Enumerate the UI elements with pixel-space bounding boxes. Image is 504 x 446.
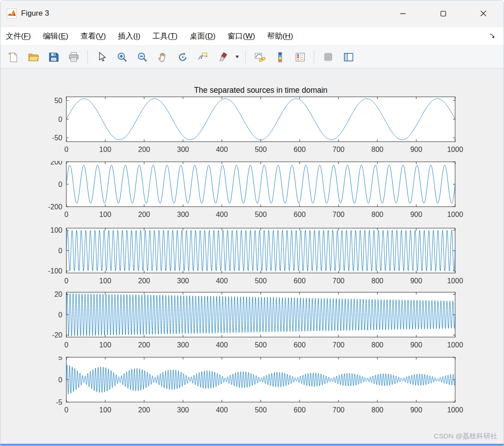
- x-tick-label: 700: [333, 341, 345, 349]
- menu-item-edit[interactable]: 编辑(E): [43, 31, 69, 41]
- y-tick-label: -100: [48, 267, 62, 275]
- print-figure-button[interactable]: [65, 48, 83, 66]
- x-tick-label: 1000: [447, 211, 463, 218]
- x-tick-label: 300: [177, 406, 189, 414]
- x-tick-label: 800: [371, 146, 383, 153]
- window-title: Figure 3: [21, 9, 49, 18]
- insert-colorbar-button[interactable]: [271, 48, 289, 66]
- rotate-3d-icon: [177, 52, 188, 63]
- legend-icon: [295, 52, 306, 63]
- rotate-3d-button[interactable]: [174, 48, 191, 66]
- x-tick-label: 200: [138, 211, 150, 218]
- x-tick-label: 100: [99, 277, 111, 285]
- x-tick-label: 700: [333, 277, 345, 285]
- x-tick-label: 400: [216, 146, 228, 153]
- y-tick-label: -50: [52, 134, 62, 142]
- subplot-3: 010020030040050060070080090010001000-100: [0, 227, 504, 290]
- hide-plot-tools-button[interactable]: [319, 48, 337, 66]
- menu-item-tools[interactable]: 工具(T): [152, 31, 178, 41]
- figure-toolbar: [0, 45, 504, 69]
- x-tick-label: 0: [65, 211, 69, 218]
- toolbar-toggle-arrow-icon[interactable]: [489, 33, 495, 39]
- pan-button[interactable]: [153, 48, 171, 66]
- y-tick-label: 0: [58, 311, 62, 319]
- brush-dropdown-button[interactable]: [234, 48, 240, 66]
- x-tick-label: 400: [216, 277, 228, 285]
- x-tick-label: 1000: [447, 406, 463, 414]
- brush-icon: [217, 52, 229, 63]
- x-tick-label: 300: [177, 277, 189, 285]
- show-plot-tools-dock-button[interactable]: [339, 48, 357, 66]
- axes-box: [66, 97, 455, 142]
- x-tick-label: 900: [410, 211, 422, 218]
- zoom-out-button[interactable]: [133, 48, 151, 66]
- x-tick-label: 900: [410, 341, 422, 349]
- zoom-in-button[interactable]: [113, 48, 131, 66]
- x-tick-label: 900: [410, 146, 422, 153]
- open-file-button[interactable]: [24, 48, 42, 66]
- x-tick-label: 700: [333, 406, 345, 414]
- save-figure-button[interactable]: [44, 48, 62, 66]
- menu-item-view[interactable]: 查看(V): [80, 31, 106, 41]
- zoom-in-icon: [117, 52, 128, 63]
- dropdown-caret-icon: [235, 56, 239, 58]
- x-tick-label: 400: [216, 341, 228, 349]
- new-document-icon: [8, 52, 19, 63]
- x-tick-label: 800: [371, 277, 383, 285]
- y-tick-label: -5: [56, 398, 62, 406]
- colorbar-icon: [274, 52, 286, 63]
- link-plot-button[interactable]: [251, 48, 269, 66]
- menu-item-insert[interactable]: 插入(I): [118, 31, 140, 41]
- y-tick-label: -200: [48, 203, 62, 211]
- new-figure-button[interactable]: [4, 48, 22, 66]
- y-tick-label: 0: [58, 247, 62, 255]
- plot-title: The separated sources in time domain: [66, 86, 455, 95]
- hand-pan-icon: [157, 52, 168, 63]
- close-button[interactable]: [463, 0, 504, 26]
- y-tick-label: 0: [58, 181, 62, 188]
- x-tick-label: 600: [294, 277, 306, 285]
- toolbar-separator: [87, 50, 88, 64]
- x-tick-label: 600: [294, 341, 306, 349]
- x-tick-label: 200: [138, 146, 150, 153]
- minimize-button[interactable]: [382, 0, 423, 26]
- zoom-out-icon: [137, 52, 148, 63]
- toolbar-separator: [245, 50, 246, 64]
- dock-figure-icon: [343, 52, 354, 63]
- title-bar: Figure 3: [0, 0, 504, 26]
- save-icon: [48, 52, 59, 63]
- subplot-4: 01002003004005006007008009001000200-20: [0, 291, 504, 354]
- x-tick-label: 500: [255, 146, 267, 153]
- x-tick-label: 500: [255, 211, 267, 218]
- y-tick-label: 200: [50, 161, 62, 166]
- x-tick-label: 400: [216, 211, 228, 218]
- x-tick-label: 900: [410, 406, 422, 414]
- cursor-arrow-icon: [96, 52, 107, 62]
- x-tick-label: 1000: [447, 277, 463, 285]
- menu-item-help[interactable]: 帮助(H): [267, 31, 293, 41]
- x-tick-label: 800: [371, 406, 383, 414]
- menu-item-desktop[interactable]: 桌面(D): [190, 31, 216, 41]
- x-tick-label: 500: [255, 341, 267, 349]
- data-cursor-button[interactable]: [194, 48, 212, 66]
- brush-data-button[interactable]: [214, 48, 232, 66]
- menu-item-file[interactable]: 文件(F): [6, 31, 31, 41]
- x-tick-label: 0: [65, 341, 69, 349]
- menu-item-window[interactable]: 窗口(W): [228, 31, 255, 41]
- datatip-icon: [197, 52, 209, 63]
- window-controls: [382, 0, 504, 26]
- x-tick-label: 600: [294, 211, 306, 218]
- insert-legend-button[interactable]: [291, 48, 309, 66]
- edit-plot-button[interactable]: [93, 48, 111, 66]
- figure-canvas: The separated sources in time domain 010…: [0, 69, 504, 446]
- x-tick-label: 500: [255, 406, 267, 414]
- figure-window: Figure 3 文件(F)编辑(E)查看(V)插入(I)工具(T)桌面(D)窗…: [0, 0, 504, 446]
- maximize-button[interactable]: [423, 0, 463, 26]
- x-tick-label: 300: [177, 211, 189, 218]
- x-tick-label: 100: [99, 341, 111, 349]
- y-tick-label: 50: [54, 97, 62, 104]
- x-tick-label: 100: [99, 406, 111, 414]
- y-tick-label: 20: [54, 291, 62, 298]
- printer-icon: [68, 52, 79, 63]
- subplot-2: 010020030040050060070080090010002000-200: [0, 161, 504, 224]
